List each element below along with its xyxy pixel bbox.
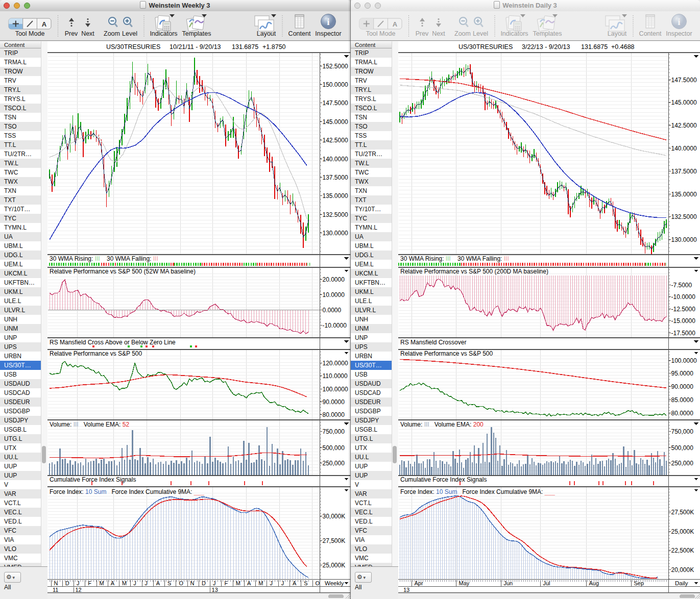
- svg-text:Next: Next: [432, 30, 445, 37]
- svg-text:30 WMA Rising: III 30 WMA F: 30 WMA Rising: III 30 WMA Falling: III: [50, 255, 158, 262]
- svg-text:-15.0000: -15.0000: [671, 317, 696, 325]
- svg-text:Prev: Prev: [65, 30, 78, 37]
- svg-text:95.0000: 95.0000: [671, 370, 694, 377]
- svg-text:150.0000: 150.0000: [323, 81, 348, 88]
- svg-text:Inspector: Inspector: [666, 30, 692, 37]
- svg-text:90.0000: 90.0000: [323, 398, 345, 406]
- svg-text:25,000K: 25,000K: [323, 562, 346, 569]
- svg-text:Templates: Templates: [533, 30, 562, 37]
- svg-text:130.0000: 130.0000: [323, 230, 348, 237]
- svg-text:Zoom: Zoom: [454, 30, 471, 37]
- svg-text:Relative Performance vs S&P 50: Relative Performance vs S&P 500: [400, 350, 493, 357]
- svg-text:Volume: III Volume EMA: 200: Volume: III Volume EMA: 200: [400, 421, 484, 428]
- svg-text:85.0000: 85.0000: [671, 396, 694, 404]
- svg-text:A: A: [293, 580, 297, 586]
- svg-text:140.0000: 140.0000: [323, 156, 348, 163]
- svg-text:147.5000: 147.5000: [671, 77, 697, 84]
- svg-text:Jun: Jun: [504, 580, 513, 586]
- svg-text:-7.5000: -7.5000: [671, 282, 692, 289]
- svg-text:0.0000: 0.0000: [323, 307, 342, 314]
- svg-text:27,500K: 27,500K: [323, 537, 346, 544]
- svg-text:Tool Mode: Tool Mode: [366, 30, 396, 37]
- svg-text:130.0000: 130.0000: [671, 236, 697, 243]
- svg-text:Layout: Layout: [608, 30, 627, 37]
- svg-text:3/22/13 - 9/20/13: 3/22/13 - 9/20/13: [522, 43, 570, 51]
- svg-text:Force Index: 10 Sum Force In: Force Index: 10 Sum Force Index Cumulati…: [400, 488, 555, 495]
- svg-text:27,500K: 27,500K: [671, 509, 694, 516]
- svg-text:100.0000: 100.0000: [671, 357, 697, 364]
- svg-text:110.0000: 110.0000: [323, 372, 348, 380]
- svg-text:Level: Level: [473, 30, 488, 37]
- svg-text:A: A: [42, 20, 47, 28]
- svg-text:137.5000: 137.5000: [671, 168, 697, 175]
- svg-text:-12.5000: -12.5000: [671, 306, 696, 313]
- svg-text:Content: Content: [639, 30, 662, 37]
- svg-text:132.5000: 132.5000: [323, 211, 348, 218]
- svg-text:Cumulative Force Index Signals: Cumulative Force Index Signals: [400, 476, 487, 483]
- svg-text:145.0000: 145.0000: [671, 99, 697, 106]
- svg-text:22,500K: 22,500K: [671, 547, 694, 554]
- svg-text:Weekly: Weekly: [325, 580, 344, 586]
- svg-text:Zoom: Zoom: [104, 30, 120, 37]
- svg-text:750,000: 750,000: [671, 428, 694, 435]
- svg-text:Relative Performance vs S&P 50: Relative Performance vs S&P 500: [50, 350, 142, 357]
- svg-text:500,000: 500,000: [323, 444, 345, 452]
- svg-text:Level: Level: [122, 30, 137, 37]
- svg-text:12: 12: [76, 587, 82, 593]
- svg-text:131.6875: 131.6875: [232, 43, 258, 51]
- svg-text:132.5000: 132.5000: [671, 213, 697, 220]
- svg-text:142.5000: 142.5000: [323, 137, 348, 144]
- svg-text:500,000: 500,000: [671, 444, 694, 452]
- svg-text:F: F: [224, 580, 228, 586]
- svg-text:140.0000: 140.0000: [671, 145, 697, 152]
- svg-text:147.5000: 147.5000: [323, 99, 348, 107]
- svg-text:100.0000: 100.0000: [323, 386, 348, 393]
- svg-text:Indicators: Indicators: [500, 30, 528, 37]
- svg-text:S: S: [167, 580, 171, 586]
- svg-text:20.0000: 20.0000: [323, 276, 345, 283]
- svg-text:13: 13: [212, 587, 218, 593]
- svg-text:250,000: 250,000: [323, 460, 345, 467]
- svg-text:-10.0000: -10.0000: [671, 293, 696, 301]
- svg-text:80.0000: 80.0000: [671, 410, 694, 417]
- svg-text:Tool Mode: Tool Mode: [15, 30, 45, 37]
- svg-text:Volume: III Volume EMA: 52: Volume: III Volume EMA: 52: [50, 421, 129, 428]
- svg-text:Inspector: Inspector: [315, 30, 341, 37]
- svg-text:RS Mansfield Cross Above or Be: RS Mansfield Cross Above or Below Zero L…: [50, 339, 176, 346]
- svg-text:US/30TRESURIES: US/30TRESURIES: [106, 43, 160, 51]
- svg-text:250,000: 250,000: [671, 460, 694, 467]
- svg-text:30 WMA Rising: III 30 WMA F: 30 WMA Rising: III 30 WMA Falling: III: [400, 255, 509, 262]
- svg-text:11: 11: [53, 587, 58, 593]
- svg-text:Next: Next: [81, 30, 94, 37]
- svg-text:Prev: Prev: [416, 30, 429, 37]
- svg-text:90.0000: 90.0000: [671, 383, 694, 390]
- svg-text:Indicators: Indicators: [150, 30, 177, 37]
- svg-text:25,000K: 25,000K: [671, 528, 694, 535]
- svg-text:+1.8750: +1.8750: [262, 43, 286, 51]
- svg-text:Sep: Sep: [634, 580, 644, 586]
- svg-text:M: M: [100, 580, 104, 586]
- svg-text:i: i: [678, 16, 680, 27]
- svg-text:O: O: [316, 580, 320, 586]
- svg-text:Daily: Daily: [675, 580, 688, 586]
- svg-text:30,000K: 30,000K: [323, 513, 346, 520]
- svg-text:131.6875: 131.6875: [581, 43, 608, 51]
- svg-text:Force Index: 10 Sum Force In: Force Index: 10 Sum Force Index Cumulati…: [50, 488, 204, 495]
- svg-text:142.5000: 142.5000: [671, 122, 697, 129]
- svg-text:10.0000: 10.0000: [323, 291, 345, 298]
- svg-text:O: O: [179, 580, 183, 586]
- svg-text:Layout: Layout: [257, 30, 276, 37]
- svg-text:Relative Performance vs S&P 50: Relative Performance vs S&P 500 (52W MA …: [50, 268, 196, 275]
- svg-text:750,000: 750,000: [323, 428, 345, 435]
- svg-text:10/21/11 - 9/20/13: 10/21/11 - 9/20/13: [170, 43, 221, 51]
- svg-text:+0.4688: +0.4688: [611, 43, 635, 51]
- svg-text:145.0000: 145.0000: [323, 118, 348, 126]
- svg-text:Cumulative Force Index Signals: Cumulative Force Index Signals: [50, 476, 136, 483]
- svg-text:RS Mansfield Crossover: RS Mansfield Crossover: [400, 339, 466, 346]
- svg-text:20,000K: 20,000K: [671, 566, 694, 573]
- svg-text:135.0000: 135.0000: [323, 192, 348, 199]
- svg-text:N: N: [190, 580, 195, 586]
- svg-text:i: i: [327, 16, 329, 27]
- svg-text:135.0000: 135.0000: [671, 191, 697, 198]
- svg-text:-10.0000: -10.0000: [323, 322, 347, 329]
